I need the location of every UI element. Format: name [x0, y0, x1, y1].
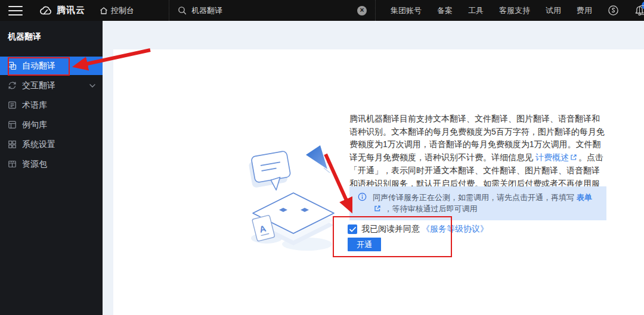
external-link-icon — [570, 152, 577, 165]
resource-pack-icon — [8, 160, 17, 169]
info-icon — [358, 192, 367, 215]
sidebar-item-label: 交互翻译 — [22, 80, 55, 91]
chevron-down-icon[interactable] — [89, 84, 95, 88]
checkbox-check-icon — [349, 227, 356, 232]
alert-part2: ，等待审核通过后即可调用 — [382, 204, 478, 213]
sidebar-item-example-library[interactable]: 例句库 — [0, 116, 103, 134]
console-label: 控制台 — [111, 5, 134, 16]
sidebar-item-term-library[interactable]: 术语库 — [0, 96, 103, 114]
topbar: 腾讯云 控制台 机器翻译 × 集团账号 备案 — [0, 0, 644, 21]
interactive-translate-icon — [8, 81, 17, 90]
nav-trial[interactable]: 试用 — [546, 5, 561, 16]
hamburger-menu-icon[interactable] — [8, 6, 23, 15]
sidebar: 机器翻译 自动翻译 交互翻译 — [0, 21, 103, 315]
billing-overview-link[interactable]: 计费概述 — [535, 152, 569, 162]
example-library-icon — [8, 120, 17, 129]
agreement-row: 我已阅读并同意《服务等级协议》 — [348, 224, 488, 235]
sidebar-title: 机器翻译 — [0, 21, 103, 57]
brand-logo[interactable]: 腾讯云 — [39, 5, 85, 16]
auto-translate-icon — [8, 61, 17, 70]
nav-support[interactable]: 客服支持 — [499, 5, 530, 16]
external-link-icon — [374, 204, 381, 215]
sidebar-item-label: 术语库 — [22, 100, 47, 111]
promo-circle-icon[interactable] — [608, 5, 619, 16]
alert-part1: 同声传译服务正在公测，如需调用，请先点击开通，再填写 — [373, 193, 577, 202]
translation-illustration: A — [236, 138, 352, 254]
sidebar-item-label: 系统设置 — [22, 139, 55, 150]
nav-group-account[interactable]: 集团账号 — [391, 5, 422, 16]
search-icon — [178, 6, 187, 15]
topbar-right-group: 集团账号 备案 工具 客服支持 试用 费用 1 — [376, 0, 644, 21]
console-link[interactable]: 控制台 — [100, 5, 134, 16]
search-input[interactable]: 机器翻译 × — [169, 0, 376, 21]
sidebar-item-label: 例句库 — [22, 120, 47, 130]
sidebar-item-label: 自动翻译 — [22, 61, 55, 71]
nav-billing[interactable]: 费用 — [577, 5, 592, 16]
clear-search-icon[interactable]: × — [357, 6, 367, 15]
sidebar-item-system-settings[interactable]: 系统设置 — [0, 135, 103, 154]
brand-name: 腾讯云 — [57, 5, 85, 16]
sla-link[interactable]: 《服务等级协议》 — [422, 224, 488, 235]
edge-partial-icon[interactable] — [639, 5, 644, 15]
tencent-cloud-console: 腾讯云 控制台 机器翻译 × 集团账号 备案 — [0, 0, 644, 315]
term-library-icon — [8, 101, 17, 110]
sidebar-item-resource-pack[interactable]: 资源包 — [0, 155, 103, 173]
sidebar-item-interactive-translate[interactable]: 交互翻译 — [0, 76, 103, 95]
sidebar-item-auto-translate[interactable]: 自动翻译 — [0, 57, 103, 75]
nav-icp-filing[interactable]: 备案 — [437, 5, 453, 16]
nav-tools[interactable]: 工具 — [468, 5, 484, 16]
alert-text: 同声传译服务正在公测，如需调用，请先点击开通，再填写 表单 ，等待审核通过后即可… — [373, 192, 599, 215]
cloud-logo-icon — [39, 6, 52, 15]
form-link[interactable]: 表单 — [577, 193, 592, 202]
beta-info-alert: 同声传译服务正在公测，如需调用，请先点击开通，再填写 表单 ，等待审核通过后即可… — [349, 186, 606, 220]
sidebar-item-label: 资源包 — [22, 159, 47, 170]
search-value: 机器翻译 — [191, 5, 222, 16]
system-settings-icon — [8, 140, 17, 149]
home-icon — [100, 7, 108, 15]
agreement-checkbox[interactable] — [348, 224, 357, 234]
topbar-left-group: 腾讯云 控制台 — [0, 0, 134, 21]
agreement-label: 我已阅读并同意 — [361, 224, 420, 235]
activate-button[interactable]: 开通 — [348, 238, 381, 251]
